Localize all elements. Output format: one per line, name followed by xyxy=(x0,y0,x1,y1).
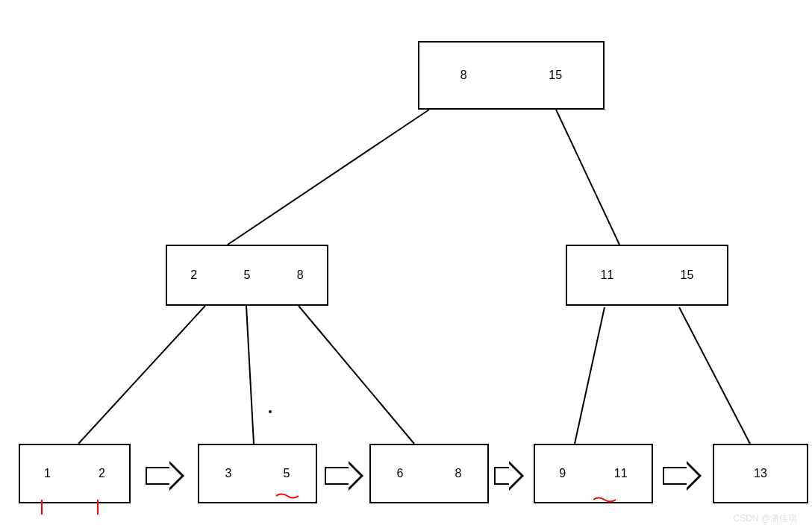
leaf4-key-1: 11 xyxy=(614,467,628,480)
svg-line-5 xyxy=(575,307,605,444)
leaf-node-1: 1 2 xyxy=(19,444,131,503)
dot-mark xyxy=(269,410,272,413)
leaf5-key-0: 13 xyxy=(754,467,767,480)
red-mark-1 xyxy=(41,500,43,515)
leaf3-key-0: 6 xyxy=(397,467,404,480)
leaf2-key-1: 5 xyxy=(284,467,290,480)
leaf-node-2: 3 5 xyxy=(198,444,317,503)
arrow-3-4 xyxy=(494,461,524,491)
internal-left-key-1: 5 xyxy=(244,268,251,282)
svg-line-3 xyxy=(246,306,254,444)
leaf1-key-0: 1 xyxy=(44,467,51,480)
leaf2-key-0: 3 xyxy=(225,467,232,480)
red-squiggle-2 xyxy=(593,496,616,503)
leaf3-key-1: 8 xyxy=(455,467,462,480)
svg-line-0 xyxy=(228,110,429,245)
internal-right-key-0: 11 xyxy=(601,268,614,282)
arrow-4-5 xyxy=(663,461,702,491)
root-node: 8 15 xyxy=(418,41,605,110)
svg-line-6 xyxy=(679,307,750,444)
internal-left-key-2: 8 xyxy=(297,268,304,282)
internal-node-right: 11 15 xyxy=(566,245,728,306)
arrow-2-3 xyxy=(325,461,363,491)
svg-line-2 xyxy=(78,306,205,444)
root-key-1: 15 xyxy=(549,69,562,82)
leaf-node-5: 13 xyxy=(713,444,808,503)
internal-node-left: 2 5 8 xyxy=(166,245,328,306)
red-squiggle-1 xyxy=(276,492,299,500)
watermark-text: CSDN @潘佳琪 xyxy=(733,512,797,525)
arrow-1-2 xyxy=(146,461,184,491)
red-mark-2 xyxy=(97,500,99,515)
leaf-node-3: 6 8 xyxy=(369,444,489,503)
internal-left-key-0: 2 xyxy=(190,268,197,282)
svg-line-4 xyxy=(299,306,414,444)
root-key-0: 8 xyxy=(460,69,467,82)
svg-line-1 xyxy=(556,110,619,245)
internal-right-key-1: 15 xyxy=(681,268,694,282)
leaf1-key-1: 2 xyxy=(99,467,105,480)
leaf-node-4: 9 11 xyxy=(534,444,653,503)
leaf4-key-0: 9 xyxy=(559,467,566,480)
